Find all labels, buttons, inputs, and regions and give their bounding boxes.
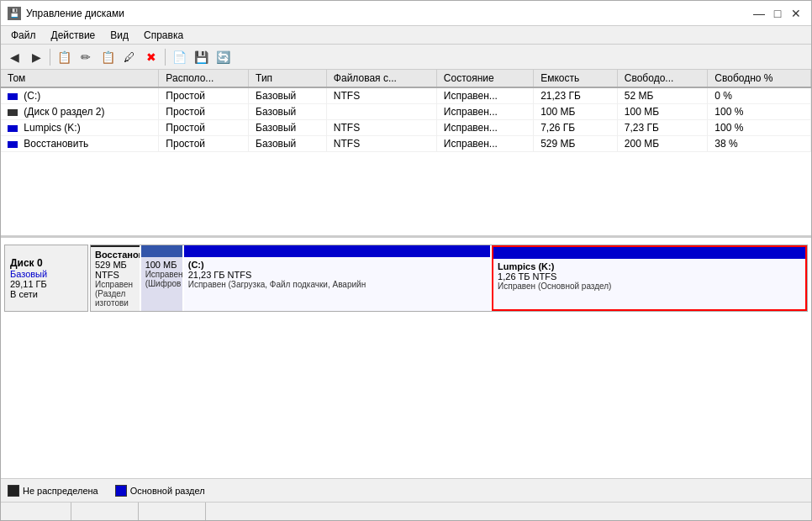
cell-size-1: 100 МБ bbox=[534, 104, 618, 120]
legend-label-unallocated: Не распределена bbox=[23, 486, 98, 496]
menu-action[interactable]: Действие bbox=[45, 28, 103, 43]
forward-button[interactable]: ▶ bbox=[26, 47, 46, 67]
partition-lumpics[interactable]: Lumpics (K:) 1,26 ТБ NTFS Исправен (Осно… bbox=[492, 245, 807, 311]
disk-indicator-blue bbox=[8, 125, 18, 132]
part-lumpics-status: Исправен (Основной раздел) bbox=[498, 282, 801, 291]
cell-state-2: Исправен... bbox=[436, 120, 533, 136]
disk0-status: В сети bbox=[10, 289, 82, 299]
col-header-fs[interactable]: Файловая с... bbox=[326, 70, 436, 87]
part-lumpics-name: Lumpics (K:) bbox=[498, 261, 801, 271]
title-bar: 💾 Управление дисками — □ ✕ bbox=[1, 1, 811, 26]
part-restore-name: Восстановить bbox=[95, 250, 135, 260]
partition-restore[interactable]: Восстановить 529 МБ NTFS Исправен (Разде… bbox=[91, 245, 141, 311]
table-header-row: Том Располо... Тип Файловая с... Состоян… bbox=[1, 70, 811, 87]
title-bar-left: 💾 Управление дисками bbox=[8, 7, 124, 20]
toolbar-btn-6[interactable]: 💾 bbox=[191, 47, 211, 67]
toolbar: ◀ ▶ 📋 ✏ 📋 🖊 ✖ 📄 💾 🔄 bbox=[1, 45, 811, 70]
legend: Не распределена Основной раздел bbox=[1, 478, 811, 502]
cell-freepct-3: 38 % bbox=[708, 136, 811, 152]
menu-view[interactable]: Вид bbox=[103, 28, 135, 43]
cell-tom-2: Lumpics (K:) bbox=[1, 120, 159, 136]
part-restore-status: Исправен (Раздел изготови bbox=[95, 280, 135, 308]
menu-bar: Файл Действие Вид Справка bbox=[1, 26, 811, 45]
legend-box-black bbox=[8, 485, 19, 497]
status-bar bbox=[1, 502, 811, 520]
cell-size-3: 529 МБ bbox=[534, 136, 618, 152]
main-window: 💾 Управление дисками — □ ✕ Файл Действие… bbox=[0, 0, 812, 521]
col-header-tip[interactable]: Тип bbox=[249, 70, 327, 87]
part-c-status: Исправен (Загрузка, Файл подкачки, Авари… bbox=[188, 280, 486, 289]
cell-freepct-1: 100 % bbox=[708, 104, 811, 120]
toolbar-btn-4[interactable]: 🖊 bbox=[119, 47, 140, 67]
table-row[interactable]: (C:) Простой Базовый NTFS Исправен... 21… bbox=[1, 87, 811, 104]
disk0-row: Диск 0 Базовый 29,11 ГБ В сети Восстанов… bbox=[4, 245, 808, 312]
cell-freepct-2: 100 % bbox=[708, 120, 811, 136]
cell-freepct-0: 0 % bbox=[708, 87, 811, 104]
cell-raspo-2: Простой bbox=[159, 120, 249, 136]
toolbar-btn-2[interactable]: ✏ bbox=[76, 47, 96, 67]
col-header-size[interactable]: Емкость bbox=[534, 70, 618, 87]
part-100mb-status: Исправен (Шифров bbox=[145, 270, 178, 288]
status-pane-2 bbox=[71, 503, 139, 520]
cell-tip-0: Базовый bbox=[249, 87, 327, 104]
part-100mb-size: 100 МБ bbox=[145, 260, 178, 270]
cell-raspo-0: Простой bbox=[159, 87, 249, 104]
upper-table: Том Располо... Тип Файловая с... Состоян… bbox=[1, 70, 811, 238]
cell-free-1: 100 МБ bbox=[617, 104, 708, 120]
cell-tip-3: Базовый bbox=[249, 136, 327, 152]
legend-item-primary: Основной раздел bbox=[115, 485, 205, 497]
cell-free-3: 200 МБ bbox=[617, 136, 708, 152]
disk0-type: Базовый bbox=[10, 269, 82, 279]
back-button[interactable]: ◀ bbox=[4, 47, 24, 67]
cell-free-2: 7,23 ГБ bbox=[617, 120, 708, 136]
col-header-raspo[interactable]: Располо... bbox=[159, 70, 249, 87]
disk0-label: Диск 0 Базовый 29,11 ГБ В сети bbox=[4, 245, 88, 312]
status-pane-3 bbox=[139, 503, 206, 520]
volumes-table: Том Располо... Тип Файловая с... Состоян… bbox=[1, 70, 811, 152]
toolbar-btn-7[interactable]: 🔄 bbox=[213, 47, 233, 67]
table-row[interactable]: (Диск 0 раздел 2) Простой Базовый Исправ… bbox=[1, 104, 811, 120]
minimize-button[interactable]: — bbox=[751, 5, 767, 22]
cell-raspo-3: Простой bbox=[159, 136, 249, 152]
part-c-name: (C:) bbox=[188, 260, 486, 270]
table-row[interactable]: Восстановить Простой Базовый NTFS Исправ… bbox=[1, 136, 811, 152]
toolbar-btn-3[interactable]: 📋 bbox=[98, 47, 118, 67]
title-controls: — □ ✕ bbox=[751, 5, 804, 22]
cell-fs-0: NTFS bbox=[326, 87, 436, 104]
window-title: Управление дисками bbox=[26, 8, 124, 19]
toolbar-btn-1[interactable]: 📋 bbox=[54, 47, 74, 67]
legend-label-primary: Основной раздел bbox=[130, 486, 205, 496]
toolbar-btn-5[interactable]: 📄 bbox=[169, 47, 189, 67]
col-header-freepct[interactable]: Свободно % bbox=[708, 70, 811, 87]
part-restore-size: 529 МБ NTFS bbox=[95, 260, 135, 280]
menu-file[interactable]: Файл bbox=[4, 28, 43, 43]
col-header-tom[interactable]: Том bbox=[1, 70, 159, 87]
status-pane-1 bbox=[4, 503, 71, 520]
menu-help[interactable]: Справка bbox=[137, 28, 190, 43]
col-header-free[interactable]: Свободо... bbox=[617, 70, 708, 87]
cell-state-1: Исправен... bbox=[436, 104, 533, 120]
cell-tom-3: Восстановить bbox=[1, 136, 159, 152]
disk0-partitions: Восстановить 529 МБ NTFS Исправен (Разде… bbox=[90, 245, 808, 312]
table-row[interactable]: Lumpics (K:) Простой Базовый NTFS Исправ… bbox=[1, 120, 811, 136]
col-header-state[interactable]: Состояние bbox=[436, 70, 533, 87]
main-content: Том Располо... Тип Файловая с... Состоян… bbox=[1, 70, 811, 502]
disk0-name: Диск 0 bbox=[10, 257, 82, 269]
cell-tip-2: Базовый bbox=[249, 120, 327, 136]
part-lumpics-size: 1,26 ТБ NTFS bbox=[498, 271, 801, 282]
toolbar-btn-delete[interactable]: ✖ bbox=[141, 47, 161, 67]
cell-size-0: 21,23 ГБ bbox=[534, 87, 618, 104]
cell-state-0: Исправен... bbox=[436, 87, 533, 104]
partition-100mb[interactable]: 100 МБ Исправен (Шифров bbox=[141, 245, 184, 311]
cell-fs-3: NTFS bbox=[326, 136, 436, 152]
disk0-size: 29,11 ГБ bbox=[10, 279, 82, 289]
close-button[interactable]: ✕ bbox=[788, 5, 804, 22]
app-icon: 💾 bbox=[8, 7, 21, 20]
cell-fs-2: NTFS bbox=[326, 120, 436, 136]
cell-size-2: 7,26 ГБ bbox=[534, 120, 618, 136]
maximize-button[interactable]: □ bbox=[769, 5, 786, 22]
part-c-size: 21,23 ГБ NTFS bbox=[188, 270, 486, 280]
partition-c[interactable]: (C:) 21,23 ГБ NTFS Исправен (Загрузка, Ф… bbox=[184, 245, 492, 311]
disk-indicator-dark bbox=[8, 109, 18, 116]
toolbar-sep-1 bbox=[50, 49, 50, 66]
